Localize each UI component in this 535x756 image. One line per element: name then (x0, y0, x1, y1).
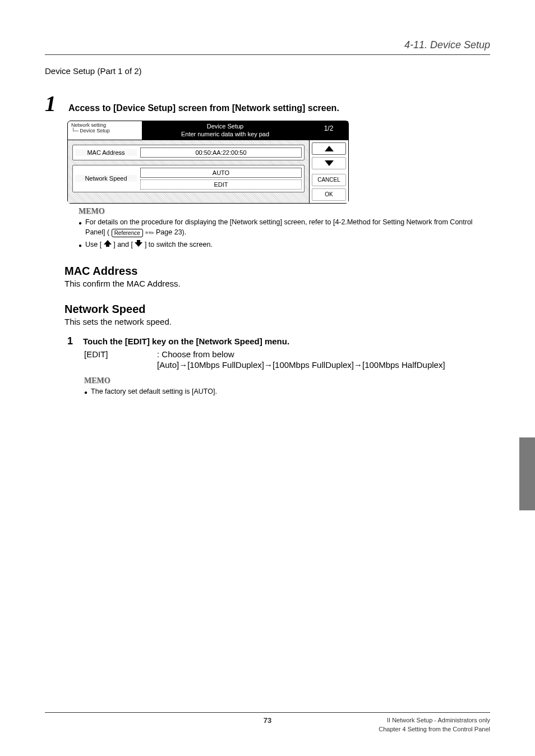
reference-box: Reference (112, 229, 143, 237)
network-speed-heading: Network Speed (64, 303, 490, 316)
page-number: 73 (264, 716, 271, 725)
step-1-number: 1 (45, 93, 62, 115)
arrow-up-icon (325, 146, 334, 151)
footer-right-line2: Chapter 4 Setting from the Control Panel (379, 725, 490, 734)
network-speed-value: AUTO (140, 168, 302, 178)
breadcrumb: Network setting └─ Device Setup (68, 121, 142, 140)
memo-2-item-1: ● The factory set default setting is [AU… (84, 386, 490, 397)
dots-arrow-icon: ●●▸ (145, 229, 154, 236)
arrow-down-icon (135, 239, 142, 250)
header-rule (45, 54, 490, 55)
memo-1-item-1a: For details on the procedure for display… (85, 218, 473, 237)
memo-2-title: MEMO (84, 376, 490, 385)
substep-1: 1 Touch the [EDIT] key on the [Network S… (67, 335, 490, 347)
memo-1-title: MEMO (79, 207, 490, 216)
network-speed-body: This sets the network speed. (64, 317, 490, 326)
ok-button[interactable]: OK (312, 188, 346, 201)
bullet-icon: ● (84, 386, 87, 397)
svg-marker-2 (104, 240, 112, 247)
network-speed-row: Network Speed AUTO EDIT (72, 165, 305, 192)
svg-marker-1 (325, 160, 334, 166)
svg-marker-3 (135, 240, 142, 247)
page-indicator: 1/2 (308, 121, 348, 140)
substep-1-number: 1 (67, 335, 77, 347)
breadcrumb-line2: └─ Device Setup (71, 128, 139, 134)
memo-1-item-2: ● Use [ ] and [ ] to switch the screen. (79, 239, 490, 250)
screen-side-buttons: CANCEL OK (309, 140, 348, 203)
network-speed-label: Network Speed (75, 175, 137, 182)
screen-main: MAC Address 00:50:AA:22:00:50 Network Sp… (68, 140, 309, 203)
memo-1-item-2c: ] to switch the screen. (145, 241, 213, 248)
footer-right-line1: II Network Setup - Administrators only (379, 716, 490, 725)
arrow-down-icon (325, 160, 334, 166)
svg-marker-0 (325, 146, 334, 151)
section-header: 4-11. Device Setup (45, 39, 490, 52)
memo-1: MEMO ● For details on the procedure for … (79, 207, 490, 251)
network-speed-edit-button[interactable]: EDIT (140, 179, 302, 190)
scroll-up-button[interactable] (312, 142, 346, 155)
bullet-icon: ● (79, 217, 82, 227)
step-1: 1 Access to [Device Setup] screen from [… (45, 93, 490, 115)
scroll-down-button[interactable] (312, 157, 346, 169)
screen-title-line2: Enter numeric data with key pad (144, 130, 306, 138)
memo-1-item-2b: ] and [ (113, 241, 133, 248)
part-label: Device Setup (Part 1 of 2) (45, 66, 490, 76)
step-1-text: Access to [Device Setup] screen from [Ne… (68, 98, 339, 113)
mac-address-row: MAC Address 00:50:AA:22:00:50 (72, 145, 305, 160)
arrow-up-icon (104, 239, 112, 250)
memo-1-item-1: ● For details on the procedure for displ… (79, 217, 490, 238)
memo-2: MEMO ● The factory set default setting i… (84, 376, 490, 397)
mac-address-label: MAC Address (75, 149, 137, 156)
device-setup-screen: Network setting └─ Device Setup Device S… (67, 121, 349, 204)
memo-1-item-1b: Page 23). (156, 228, 186, 236)
screen-title: Device Setup Enter numeric data with key… (142, 121, 308, 140)
footer: 73 II Network Setup - Administrators onl… (45, 712, 490, 734)
bullet-icon: ● (79, 239, 82, 250)
mac-address-field: 00:50:AA:22:00:50 (140, 147, 302, 158)
memo-1-item-2a: Use [ (85, 241, 102, 248)
mac-address-heading: MAC Address (64, 265, 490, 278)
edit-desc: : Choose from below (157, 349, 234, 359)
substep-1-text: Touch the [EDIT] key on the [Network Spe… (83, 336, 289, 346)
mac-address-body: This confirm the MAC Address. (64, 279, 490, 288)
memo-2-item-1-text: The factory set default setting is [AUTO… (91, 386, 217, 397)
side-tab (519, 437, 535, 510)
edit-row: [EDIT] : Choose from below (84, 349, 490, 359)
edit-options: [Auto]→[10Mbps FullDuplex]→[100Mbps Full… (157, 360, 490, 370)
screen-title-line1: Device Setup (144, 122, 306, 130)
edit-label: [EDIT] (84, 349, 151, 359)
cancel-button[interactable]: CANCEL (312, 174, 346, 186)
